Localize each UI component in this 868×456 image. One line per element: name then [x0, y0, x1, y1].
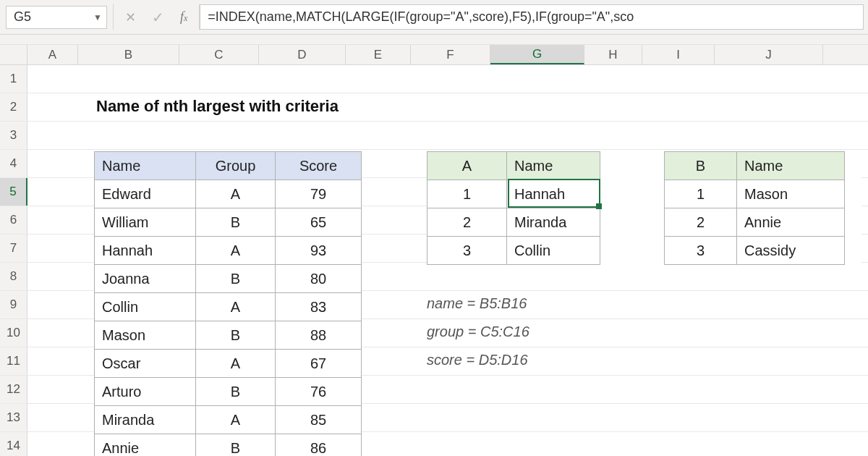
- th-score: Score: [276, 152, 361, 180]
- col-header-B[interactable]: B: [78, 45, 179, 64]
- result-table-a: A Name 1Hannah 2Miranda 3Collin: [427, 151, 600, 265]
- result-table-b: B Name 1Mason 2Annie 3Cassidy: [664, 151, 845, 265]
- enter-icon[interactable]: ✓: [152, 9, 164, 26]
- spreadsheet-grid[interactable]: A B C D E F G H I J 1 2 3 4 5 6 7 8 9 10…: [0, 45, 868, 456]
- th-name: Name: [95, 152, 196, 180]
- col-header-D[interactable]: D: [259, 45, 346, 64]
- col-header-H[interactable]: H: [584, 45, 642, 64]
- row-header[interactable]: 12: [0, 376, 27, 403]
- table-row[interactable]: MirandaA85: [95, 405, 361, 434]
- col-header-F[interactable]: F: [411, 45, 490, 64]
- table-row[interactable]: EdwardA79: [95, 180, 361, 208]
- row-header[interactable]: 5: [0, 178, 27, 206]
- fx-icon[interactable]: fx: [180, 9, 187, 25]
- row-header[interactable]: 6: [0, 206, 27, 234]
- th-name: Name: [737, 152, 844, 180]
- row-header[interactable]: 11: [0, 347, 27, 375]
- col-header-A[interactable]: A: [27, 45, 78, 64]
- note-line: name = B5:B16: [427, 290, 529, 318]
- formula-input[interactable]: =INDEX(name,MATCH(LARGE(IF(group="A",sco…: [200, 4, 864, 30]
- row-header[interactable]: 1: [0, 65, 27, 93]
- row-header[interactable]: 8: [0, 263, 27, 290]
- table-row[interactable]: 2Miranda: [427, 208, 600, 236]
- table-row[interactable]: JoannaB80: [95, 264, 361, 292]
- page-title: Name of nth largest with criteria: [96, 97, 339, 116]
- note-line: score = D5:D16: [427, 346, 529, 374]
- table-row[interactable]: ArturoB76: [95, 377, 361, 405]
- table-row[interactable]: 1Hannah: [427, 180, 600, 208]
- name-box-value: G5: [14, 9, 31, 25]
- dropdown-icon[interactable]: ▼: [93, 12, 102, 22]
- th-group-a: A: [427, 152, 507, 180]
- table-header-row: B Name: [665, 152, 844, 180]
- table-header-row: Name Group Score: [95, 152, 361, 180]
- formula-bar: G5 ▼ ✕ ✓ fx =INDEX(name,MATCH(LARGE(IF(g…: [0, 0, 868, 35]
- table-row[interactable]: HannahA93: [95, 236, 361, 264]
- name-box[interactable]: G5 ▼: [6, 6, 107, 29]
- row-header[interactable]: 4: [0, 150, 27, 177]
- row-header[interactable]: 2: [0, 93, 27, 121]
- row-header[interactable]: 9: [0, 291, 27, 318]
- table-header-row: A Name: [427, 152, 600, 180]
- table-row[interactable]: MasonB88: [95, 321, 361, 349]
- row-header[interactable]: 3: [0, 122, 27, 149]
- row-header[interactable]: 13: [0, 404, 27, 431]
- th-group-b: B: [665, 152, 737, 180]
- name-box-wrap: G5 ▼: [0, 0, 113, 34]
- note-line: group = C5:C16: [427, 318, 529, 346]
- row-header[interactable]: 7: [0, 235, 27, 262]
- table-row[interactable]: 2Annie: [665, 208, 844, 236]
- th-name: Name: [507, 152, 600, 180]
- formula-text: =INDEX(name,MATCH(LARGE(IF(group="A",sco…: [208, 9, 634, 25]
- cancel-icon[interactable]: ✕: [125, 9, 136, 25]
- column-headers: A B C D E F G H I J: [0, 45, 868, 65]
- ribbon-strip: [0, 35, 868, 45]
- table-row[interactable]: OscarA67: [95, 349, 361, 377]
- select-all-corner[interactable]: [0, 45, 27, 64]
- col-header-I[interactable]: I: [642, 45, 715, 64]
- table-row[interactable]: AnnieB86: [95, 434, 361, 456]
- col-header-C[interactable]: C: [179, 45, 259, 64]
- col-header-E[interactable]: E: [346, 45, 411, 64]
- col-header-G[interactable]: G: [490, 45, 584, 64]
- data-table: Name Group Score EdwardA79 WilliamB65 Ha…: [94, 151, 362, 456]
- col-header-J[interactable]: J: [715, 45, 823, 64]
- row-header[interactable]: 10: [0, 319, 27, 347]
- table-row[interactable]: 1Mason: [665, 180, 844, 208]
- table-row[interactable]: 3Cassidy: [665, 236, 844, 264]
- formula-tools: ✕ ✓ fx: [114, 0, 199, 34]
- named-range-notes: name = B5:B16 group = C5:C16 score = D5:…: [427, 290, 529, 374]
- row-header[interactable]: 14: [0, 432, 27, 456]
- table-row[interactable]: CollinA83: [95, 292, 361, 321]
- th-group: Group: [196, 152, 276, 180]
- table-row[interactable]: WilliamB65: [95, 208, 361, 236]
- table-row[interactable]: 3Collin: [427, 236, 600, 264]
